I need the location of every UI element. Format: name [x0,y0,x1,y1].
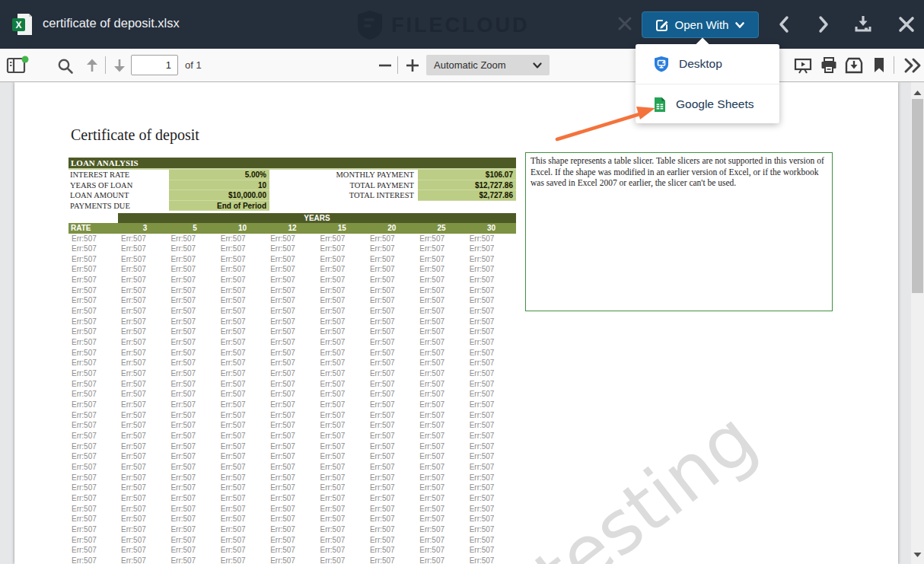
error-cell: Err:507 [267,348,317,358]
error-cell: Err:507 [267,400,317,410]
error-cell: Err:507 [167,483,217,493]
error-cell: Err:507 [218,254,267,265]
error-cell: Err:507 [367,483,416,493]
error-cell: Err:507 [267,545,317,556]
loan-value: 10 [169,180,269,191]
error-cell: Err:507 [317,473,367,483]
years-column-header: 12 [267,223,317,234]
scrollbar-thumb[interactable] [912,99,923,293]
download-button[interactable] [853,14,873,37]
error-cell: Err:507 [218,264,267,275]
error-cell: Err:507 [467,493,516,504]
page-number-input[interactable]: 1 [131,55,178,75]
error-cell: Err:507 [367,514,416,524]
more-tools-button[interactable] [903,57,922,77]
error-cell: Err:507 [118,368,167,379]
sidebar-toggle-button[interactable] [6,56,29,78]
error-cell: Err:507 [416,473,466,483]
error-cell: Err:507 [267,556,317,564]
next-file-button[interactable] [814,15,831,37]
edit-icon [655,18,669,32]
error-cell: Err:507 [416,306,466,317]
table-row: Err:507Err:507Err:507Err:507Err:507Err:5… [69,514,516,524]
loan-label: YEARS OF LOAN [69,180,169,191]
open-with-button[interactable]: Open With [642,11,759,38]
loan-value: $10,000.00 [169,190,269,201]
error-cell: Err:507 [317,462,367,473]
table-row: Err:507Err:507Err:507Err:507Err:507Err:5… [69,493,516,504]
error-cell: Err:507 [467,473,516,483]
dropdown-item-label: Google Sheets [676,97,754,111]
zoom-out-button[interactable] [377,57,393,77]
error-cell: Err:507 [367,400,416,410]
error-cell: Err:507 [267,275,317,285]
error-cell: Err:507 [167,285,217,296]
error-cell: Err:507 [167,473,217,483]
error-cell: Err:507 [467,400,516,410]
error-cell: Err:507 [267,264,317,275]
error-cell: Err:507 [416,358,466,368]
error-cell: Err:507 [118,275,167,285]
error-cell: Err:507 [218,535,267,546]
error-cell: Err:507 [317,431,367,441]
error-cell: Err:507 [317,451,367,462]
error-cell: Err:507 [167,379,217,390]
error-cell: Err:507 [467,410,516,421]
error-cell: Err:507 [416,545,466,556]
error-cell: Err:507 [118,545,167,556]
error-cell: Err:507 [367,337,416,348]
error-cell: Err:507 [167,337,217,348]
presentation-mode-button[interactable] [794,56,812,78]
search-icon[interactable] [56,57,75,78]
error-cell: Err:507 [367,254,416,265]
dropdown-item-desktop[interactable]: Desktop [636,44,779,84]
bookmark-button[interactable] [872,56,886,78]
error-cell: Err:507 [69,514,118,524]
error-cell: Err:507 [467,285,516,296]
excel-file-icon: X [11,12,33,40]
save-document-button[interactable] [844,56,864,78]
table-row: Err:507Err:507Err:507Err:507Err:507Err:5… [69,451,516,462]
error-cell: Err:507 [218,285,267,296]
error-cell: Err:507 [416,275,466,285]
error-cell: Err:507 [118,451,167,462]
loan-analysis-table: LOAN ANALYSIS INTEREST RATE5.00%MONTHLY … [69,158,516,211]
error-cell: Err:507 [367,420,416,431]
error-cell: Err:507 [167,420,217,431]
error-cell: Err:507 [69,451,118,462]
close-preview-button[interactable] [897,15,916,37]
error-cell: Err:507 [317,234,367,244]
scroll-down-arrow[interactable] [913,547,922,561]
error-cell: Err:507 [416,285,466,296]
next-page-button[interactable] [111,57,128,77]
scroll-up-arrow[interactable] [913,85,922,99]
error-cell: Err:507 [267,379,317,390]
table-row: Err:507Err:507Err:507Err:507Err:507Err:5… [69,420,516,431]
error-cell: Err:507 [118,327,167,337]
error-cell: Err:507 [69,348,118,358]
error-cell: Err:507 [317,264,367,275]
error-cell: Err:507 [416,410,466,421]
zoom-level-select[interactable]: Automatic Zoom [426,55,550,75]
previous-file-button[interactable] [776,15,793,37]
print-button[interactable] [820,56,838,78]
error-cell: Err:507 [69,535,118,546]
error-cell: Err:507 [69,368,118,379]
error-cell: Err:507 [467,556,516,564]
error-cell: Err:507 [167,348,217,358]
chevron-down-icon [734,20,745,30]
error-cell: Err:507 [118,264,167,275]
error-cell: Err:507 [267,420,317,431]
vertical-scrollbar[interactable] [911,82,924,564]
error-cell: Err:507 [167,306,217,317]
error-cell: Err:507 [416,244,466,254]
previous-page-button[interactable] [84,57,100,77]
zoom-in-button[interactable] [404,57,421,77]
error-cell: Err:507 [167,493,217,504]
error-cell: Err:507 [416,348,466,358]
error-cell: Err:507 [167,368,217,379]
error-cell: Err:507 [218,348,267,358]
error-cell: Err:507 [167,317,217,327]
error-cell: Err:507 [69,306,118,317]
error-cell: Err:507 [69,275,118,285]
